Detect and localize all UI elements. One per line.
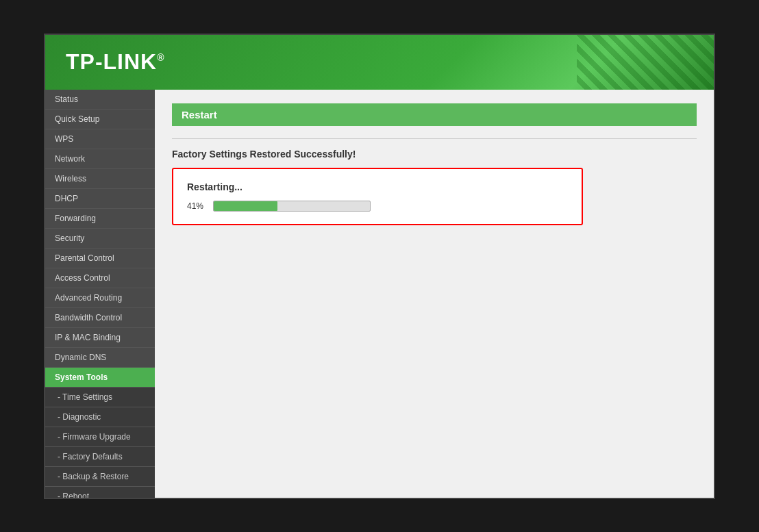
progress-bar-fill [214,201,277,211]
restart-box: Restarting... 41% [172,168,583,225]
sidebar-item-quick-setup[interactable]: Quick Setup [45,110,155,129]
sidebar-item-parental-control[interactable]: Parental Control [45,249,155,268]
sidebar-item-network[interactable]: Network [45,149,155,169]
divider [172,138,697,139]
sidebar-item-forwarding[interactable]: Forwarding [45,209,155,229]
restarting-label: Restarting... [187,181,568,192]
sidebar-item-backup-restore[interactable]: - Backup & Restore [45,467,155,487]
logo: TP-LINK® [66,49,165,75]
content-area: Restart Factory Settings Restored Succes… [155,90,714,498]
sidebar-item-status[interactable]: Status [45,90,155,110]
progress-row: 41% [187,201,568,212]
sidebar-item-wireless[interactable]: Wireless [45,169,155,189]
sidebar-item-security[interactable]: Security [45,229,155,249]
sidebar-item-dhcp[interactable]: DHCP [45,189,155,209]
sidebar-item-diagnostic[interactable]: - Diagnostic [45,407,155,427]
main-container: StatusQuick SetupWPSNetworkWirelessDHCPF… [45,90,714,498]
sidebar-item-dynamic-dns[interactable]: Dynamic DNS [45,348,155,368]
logo-text: TP-LINK [66,49,157,74]
sidebar-item-bandwidth-control[interactable]: Bandwidth Control [45,308,155,328]
sidebar: StatusQuick SetupWPSNetworkWirelessDHCPF… [45,90,155,498]
header: TP-LINK® [45,35,714,90]
page-title: Restart [172,103,697,126]
sidebar-item-reboot[interactable]: - Reboot [45,487,155,498]
progress-percent: 41% [187,201,206,211]
sidebar-item-system-tools[interactable]: System Tools [45,368,155,388]
progress-bar-background [213,201,371,212]
success-message: Factory Settings Restored Successfully! [172,149,697,160]
sidebar-item-access-control[interactable]: Access Control [45,268,155,288]
logo-mark: ® [157,52,164,63]
sidebar-item-advanced-routing[interactable]: Advanced Routing [45,288,155,308]
sidebar-item-firmware-upgrade[interactable]: - Firmware Upgrade [45,427,155,447]
sidebar-item-factory-defaults[interactable]: - Factory Defaults [45,447,155,467]
sidebar-item-ip-mac-binding[interactable]: IP & MAC Binding [45,328,155,348]
sidebar-item-wps[interactable]: WPS [45,129,155,149]
sidebar-item-time-settings[interactable]: - Time Settings [45,388,155,407]
